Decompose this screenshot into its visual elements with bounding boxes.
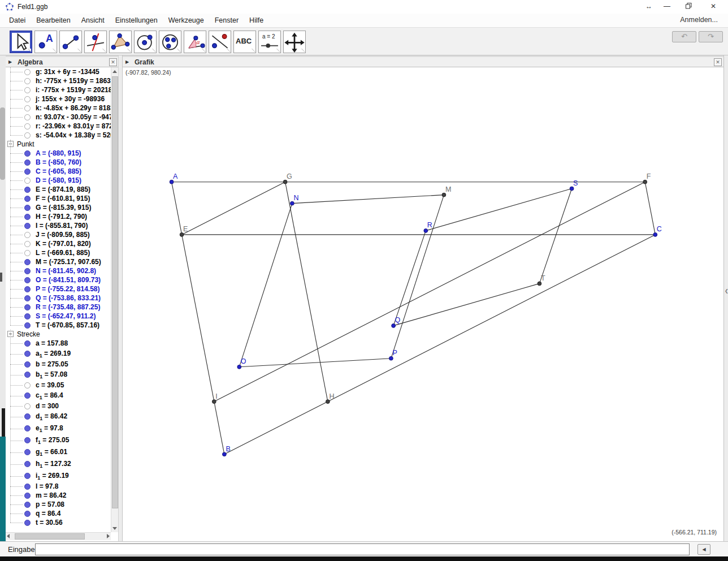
algebra-row[interactable]: B = (-850, 760) bbox=[6, 158, 111, 167]
visibility-toggle-circle[interactable] bbox=[24, 150, 31, 157]
point-G[interactable] bbox=[283, 180, 287, 184]
algebra-row[interactable]: h: -775x + 1519y = 18632 bbox=[6, 76, 111, 85]
undo-button[interactable]: ↶ bbox=[672, 31, 696, 42]
text-tool-button[interactable]: ABC bbox=[233, 31, 256, 53]
algebra-row[interactable]: J = (-809.59, 885) bbox=[6, 230, 111, 239]
visibility-toggle-circle[interactable] bbox=[24, 461, 31, 467]
algebra-row[interactable]: h1 = 127.32 bbox=[6, 458, 111, 470]
visibility-toggle-circle[interactable] bbox=[24, 484, 31, 490]
algebra-row[interactable]: A = (-880, 915) bbox=[6, 149, 111, 158]
point-Q[interactable] bbox=[392, 324, 396, 328]
visibility-toggle-circle[interactable] bbox=[24, 392, 31, 399]
conic-tool-button[interactable] bbox=[159, 31, 181, 53]
point-F[interactable] bbox=[643, 180, 647, 184]
move-tool-button[interactable] bbox=[10, 31, 32, 53]
graphics-close-icon[interactable]: ✕ bbox=[714, 58, 722, 66]
algebra-row[interactable]: b = 275.05 bbox=[6, 360, 111, 369]
visibility-toggle-circle[interactable] bbox=[24, 241, 31, 247]
visibility-toggle-circle[interactable] bbox=[24, 473, 31, 479]
visibility-toggle-circle[interactable] bbox=[24, 413, 31, 420]
line-tool-button[interactable] bbox=[59, 31, 82, 53]
algebra-row[interactable]: K = (-797.01, 820) bbox=[6, 239, 111, 248]
slider-tool-button[interactable]: a = 2 bbox=[258, 31, 281, 53]
visibility-toggle-circle[interactable] bbox=[24, 205, 31, 211]
panel-splitter[interactable] bbox=[118, 55, 123, 541]
point-T[interactable] bbox=[538, 282, 541, 286]
visibility-toggle-circle[interactable] bbox=[24, 178, 31, 184]
algebra-row[interactable]: T = (-670.85, 857.16) bbox=[6, 321, 111, 330]
visibility-toggle-circle[interactable] bbox=[24, 502, 31, 508]
move-graphics-tool-button[interactable] bbox=[283, 31, 306, 53]
segment-ON[interactable] bbox=[239, 204, 292, 367]
visibility-toggle-circle[interactable] bbox=[24, 232, 31, 238]
algebra-row[interactable]: d = 300 bbox=[6, 402, 111, 411]
visibility-toggle-circle[interactable] bbox=[24, 214, 31, 220]
algebra-row[interactable]: G = (-815.39, 915) bbox=[6, 203, 111, 212]
point-tool-button[interactable]: A bbox=[34, 31, 57, 53]
segment-MP[interactable] bbox=[391, 195, 444, 359]
angle-tool-button[interactable]: α bbox=[184, 31, 206, 53]
menu-item-hilfe[interactable]: Hilfe bbox=[249, 16, 263, 24]
visibility-toggle-circle[interactable] bbox=[24, 132, 31, 139]
algebra-row[interactable]: I = (-855.81, 790) bbox=[6, 221, 111, 230]
point-P[interactable] bbox=[389, 356, 393, 360]
point-M[interactable] bbox=[442, 193, 446, 197]
visibility-toggle-circle[interactable] bbox=[24, 382, 31, 389]
algebra-row[interactable]: p = 57.08 bbox=[6, 500, 111, 509]
visibility-toggle-circle[interactable] bbox=[24, 493, 31, 499]
algebra-row[interactable]: C = (-605, 885) bbox=[6, 167, 111, 176]
visibility-toggle-circle[interactable] bbox=[24, 69, 31, 75]
algebra-row[interactable]: Q = (-753.86, 833.21) bbox=[6, 294, 111, 303]
visibility-toggle-circle[interactable] bbox=[24, 425, 31, 431]
segment-AB[interactable] bbox=[172, 182, 224, 455]
visibility-toggle-circle[interactable] bbox=[24, 322, 31, 329]
visibility-toggle-circle[interactable] bbox=[24, 520, 31, 526]
algebra-horizontal-scrollbar[interactable] bbox=[6, 532, 111, 540]
algebra-row[interactable]: H = (-791.2, 790) bbox=[6, 212, 111, 221]
sign-in-link[interactable]: Anmelden... bbox=[680, 16, 718, 24]
algebra-row[interactable]: c = 39.05 bbox=[6, 381, 111, 390]
segment-PO[interactable] bbox=[239, 359, 391, 367]
algebra-row[interactable]: e1 = 97.8 bbox=[6, 422, 111, 434]
visibility-toggle-circle[interactable] bbox=[24, 250, 31, 256]
algebra-row[interactable]: O = (-841.51, 809.73) bbox=[6, 275, 111, 284]
horizontal-scrollbar-thumb[interactable] bbox=[15, 533, 85, 540]
visibility-toggle-circle[interactable] bbox=[24, 340, 31, 347]
algebra-row[interactable]: s: -54.04x + 18.38y = 520 bbox=[6, 131, 111, 140]
menu-item-datei[interactable]: Datei bbox=[9, 16, 25, 24]
algebra-section-header[interactable]: Punkt bbox=[6, 140, 111, 149]
algebra-row[interactable]: m = 86.42 bbox=[6, 491, 111, 500]
algebra-collapse-arrow[interactable]: ▶ bbox=[8, 59, 12, 64]
segment-GH[interactable] bbox=[285, 182, 328, 402]
algebra-row[interactable]: g1 = 66.01 bbox=[6, 446, 111, 458]
algebra-row[interactable]: k: -4.85x + 86.29y = 8183 bbox=[6, 103, 111, 113]
redo-button[interactable]: ↷ bbox=[699, 31, 723, 42]
algebra-row[interactable]: P = (-755.22, 814.58) bbox=[6, 284, 111, 294]
visibility-toggle-circle[interactable] bbox=[24, 304, 31, 310]
algebra-row[interactable]: f1 = 275.05 bbox=[6, 434, 111, 446]
visibility-toggle-circle[interactable] bbox=[24, 123, 31, 130]
visibility-toggle-circle[interactable] bbox=[24, 223, 31, 229]
point-R[interactable] bbox=[424, 229, 428, 233]
point-E[interactable] bbox=[180, 233, 184, 237]
graphics-collapse-arrow[interactable]: ▶ bbox=[125, 59, 129, 64]
visibility-toggle-circle[interactable] bbox=[24, 96, 31, 102]
algebra-row[interactable]: b1 = 57.08 bbox=[6, 369, 111, 381]
segment-IF[interactable] bbox=[214, 182, 645, 402]
algebra-row[interactable]: l = 97.8 bbox=[6, 482, 111, 491]
visibility-toggle-circle[interactable] bbox=[24, 259, 31, 265]
segment-NM[interactable] bbox=[292, 195, 444, 204]
visibility-toggle-circle[interactable] bbox=[24, 187, 31, 193]
visibility-toggle-circle[interactable] bbox=[24, 268, 31, 274]
visibility-toggle-circle[interactable] bbox=[24, 159, 31, 166]
visibility-toggle-circle[interactable] bbox=[24, 169, 31, 175]
input-help-button[interactable]: ◀ bbox=[697, 544, 710, 555]
visibility-toggle-circle[interactable] bbox=[24, 277, 31, 283]
menu-item-fenster[interactable]: Fenster bbox=[215, 16, 239, 24]
reflect-tool-button[interactable] bbox=[209, 31, 231, 53]
visibility-toggle-circle[interactable] bbox=[24, 87, 31, 93]
graphics-view[interactable]: (-907.82, 980.24) (-566.21, 711.19) ABCE… bbox=[123, 67, 723, 540]
visibility-toggle-circle[interactable] bbox=[24, 511, 31, 517]
algebra-row[interactable]: j: 155x + 30y = -98936 bbox=[6, 94, 111, 103]
segment-ST[interactable] bbox=[539, 189, 571, 284]
